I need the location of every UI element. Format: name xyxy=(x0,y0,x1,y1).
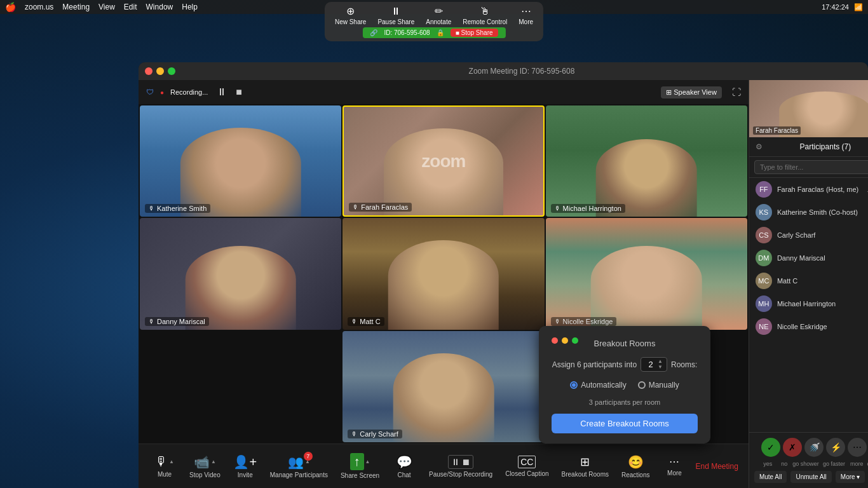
more-reactions-button[interactable]: ⋯ xyxy=(848,438,867,457)
closed-caption-label: Closed Caption xyxy=(505,470,548,477)
fullscreen-icon[interactable]: ⛶ xyxy=(732,87,741,97)
label-faster: go faster xyxy=(823,461,845,467)
rec-indicator: ● xyxy=(160,89,164,96)
panel-footer-buttons: Mute All Unmute All More ▾ xyxy=(754,471,868,483)
list-item[interactable]: FF Farah Faraclas (Host, me) ☁ 🎙 📷 xyxy=(749,178,868,201)
carly-name-label: 🎙 Carly Scharf xyxy=(348,430,402,438)
speaker-view-button[interactable]: ⊞ Speaker View xyxy=(661,86,722,98)
breakout-rooms-button[interactable]: ⊞ Breakout Rooms xyxy=(558,455,613,478)
breakout-minimize[interactable] xyxy=(562,337,568,344)
close-button[interactable] xyxy=(145,67,153,75)
breakout-close[interactable] xyxy=(552,337,558,344)
stop-video-button[interactable]: 📹 ▲ Stop Video xyxy=(186,454,224,478)
invite-button[interactable]: 👤+ Invite xyxy=(229,454,261,478)
chat-button[interactable]: 💬 Chat xyxy=(388,454,420,478)
new-share-button[interactable]: ⊕ New Share xyxy=(335,5,366,25)
label-more: more xyxy=(850,461,864,467)
annotate-button[interactable]: ✏ Annotate xyxy=(426,5,451,25)
farah-name: Farah Faraclas xyxy=(361,203,408,211)
avatar-katherine: KS xyxy=(756,204,772,220)
list-item[interactable]: NE Nicolle Eskridge 🎙 xyxy=(749,315,868,338)
video-cell-danny: 🎙 Danny Mariscal xyxy=(140,218,341,329)
rooms-number: 2 xyxy=(645,360,656,369)
stop-recording-icon[interactable]: ■ xyxy=(236,86,242,98)
manage-participants-button[interactable]: 👥 7 ▲ Manage Participants xyxy=(266,454,332,478)
matt-mic-icon: 🎙 xyxy=(351,318,357,325)
manual-label: Manually xyxy=(649,381,679,390)
list-item[interactable]: MC Matt C 🎙 xyxy=(749,269,868,292)
more-toolbar-label: More xyxy=(519,18,533,25)
pause-stop-recording-button[interactable]: ⏸ ⏹ Pause/Stop Recording xyxy=(425,455,496,478)
yes-reaction-button[interactable]: ✓ xyxy=(761,438,780,457)
more-label: More xyxy=(667,470,682,477)
participants-more-button[interactable]: More ▾ xyxy=(836,471,865,483)
create-breakout-button[interactable]: Create Breakout Rooms xyxy=(552,414,698,433)
katherine-figure xyxy=(180,128,301,217)
share-screen-button[interactable]: ↑ ▲ Share Screen xyxy=(337,453,383,479)
panel-footer: ✓ ✗ 🚿 ⚡ ⋯ ✕ yes no go shower go faster m… xyxy=(749,432,868,488)
pause-recording-icon[interactable]: ⏸ xyxy=(217,86,227,98)
unmute-all-button[interactable]: Unmute All xyxy=(790,471,831,483)
menu-view[interactable]: View xyxy=(98,3,115,11)
search-input[interactable] xyxy=(754,160,868,174)
recording-label: Recording... xyxy=(170,88,208,96)
mute-all-button[interactable]: Mute All xyxy=(754,471,787,483)
menu-meeting[interactable]: Meeting xyxy=(62,3,90,11)
share-screen-chevron: ▲ xyxy=(365,459,370,464)
danny-name-label: 🎙 Danny Mariscal xyxy=(145,317,209,326)
auto-option[interactable]: Automatically xyxy=(570,381,626,390)
label-shower: go shower xyxy=(792,461,819,467)
pause-share-icon: ⏸ xyxy=(391,6,401,17)
name-carly: Carly Scharf xyxy=(777,231,868,239)
rooms-up-arrow[interactable]: ▲ xyxy=(658,359,663,364)
search-bar xyxy=(749,157,868,178)
avatar-carly: CS xyxy=(756,227,772,243)
mute-button[interactable]: 🎙 ▲ Mute xyxy=(149,454,180,478)
manual-option[interactable]: Manually xyxy=(638,381,679,390)
self-view-name: Farah Faraclas xyxy=(753,126,801,135)
settings-icon: ⚙ xyxy=(756,142,763,151)
share-screen-label: Share Screen xyxy=(341,472,379,479)
menu-window[interactable]: Window xyxy=(146,3,173,11)
minimize-button[interactable] xyxy=(156,67,164,75)
breakout-maximize[interactable] xyxy=(572,337,578,344)
list-item[interactable]: DM Danny Mariscal 🎙 xyxy=(749,247,868,269)
time-display: 17:42:24 xyxy=(822,3,849,11)
pause-share-button[interactable]: ⏸ Pause Share xyxy=(377,6,414,25)
maximize-button[interactable] xyxy=(168,67,175,75)
stop-icon: ■ xyxy=(456,29,459,36)
stop-share-button[interactable]: ■ Stop Share xyxy=(451,29,498,37)
no-reaction-button[interactable]: ✗ xyxy=(783,438,802,457)
video-cell-empty-1 xyxy=(140,331,341,442)
share-id-label: ID: 706-595-608 xyxy=(384,29,430,36)
manual-radio[interactable] xyxy=(638,381,646,389)
carly-mic-icon: 🎙 xyxy=(351,431,357,437)
reactions-button[interactable]: 😊 Reactions xyxy=(618,454,653,478)
zoom-logo: zoom xyxy=(421,151,465,172)
menu-edit[interactable]: Edit xyxy=(124,3,137,11)
farah-name-label: 🎙 Farah Faraclas xyxy=(349,203,412,212)
closed-caption-button[interactable]: CC Closed Caption xyxy=(501,456,552,477)
list-item[interactable]: CS Carly Scharf 🎙 xyxy=(749,224,868,247)
rooms-down-arrow[interactable]: ▼ xyxy=(658,365,663,370)
auto-radio[interactable] xyxy=(570,381,578,389)
new-share-label: New Share xyxy=(335,18,366,25)
lock-icon: 🔒 xyxy=(437,29,444,36)
speaker-view-icon: ⊞ xyxy=(666,88,672,96)
matt-name-label: 🎙 Matt C xyxy=(348,317,384,326)
video-cell-carly: 🎙 Carly Scharf xyxy=(342,331,544,442)
apple-menu[interactable]: 🍎 xyxy=(5,2,16,12)
annotate-label: Annotate xyxy=(426,18,451,25)
list-item[interactable]: KS Katherine Smith (Co-host) ☁ 🎙 xyxy=(749,201,868,224)
end-meeting-button[interactable]: End Meeting xyxy=(695,462,738,471)
go-shower-button[interactable]: 🚿 xyxy=(804,438,824,457)
more-button[interactable]: ⋯ More xyxy=(658,456,690,477)
traffic-lights xyxy=(145,67,175,75)
menu-help[interactable]: Help xyxy=(182,3,198,11)
list-item[interactable]: MH Michael Harrington 🎙 xyxy=(749,292,868,315)
remote-control-button[interactable]: 🖱 Remote Control xyxy=(463,6,507,25)
go-faster-button[interactable]: ⚡ xyxy=(826,438,845,457)
more-toolbar-button[interactable]: ⋯ More xyxy=(519,5,533,25)
invite-icon: 👤+ xyxy=(233,454,257,470)
pause-stop-record-label: Pause/Stop Recording xyxy=(429,471,492,478)
